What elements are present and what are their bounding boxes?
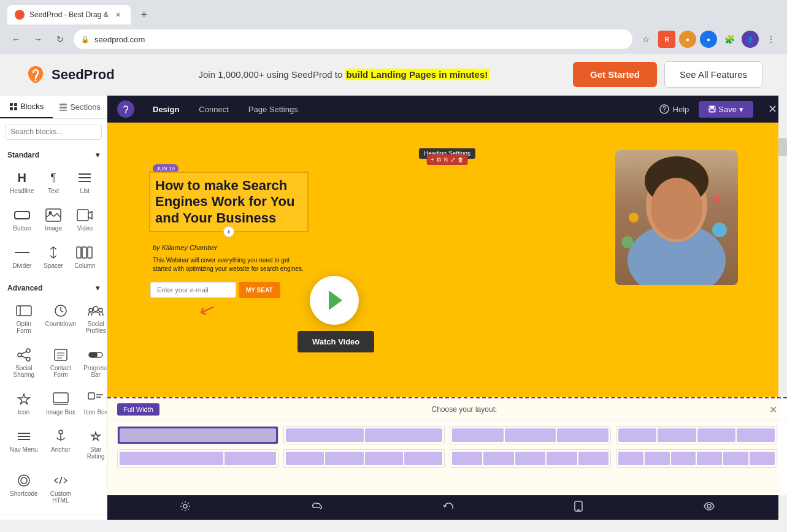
search-input[interactable]	[5, 124, 102, 140]
layout-col-2	[325, 452, 363, 465]
editor-main: Heading Settings + ⚙ ⎘ ⤢ 🗑 JUN 19 How to…	[107, 123, 787, 495]
back-button[interactable]: ←	[7, 31, 25, 48]
canvas-optin-button[interactable]: MY SEAT	[239, 282, 280, 298]
block-progress-bar[interactable]: Progress Bar	[81, 341, 107, 383]
mobile-tool-icon[interactable]	[569, 498, 588, 517]
layout-full-width-option[interactable]	[117, 426, 278, 444]
tab-blocks[interactable]: Blocks	[0, 96, 53, 118]
layout-2col-unequal[interactable]	[117, 449, 278, 468]
canvas-heading-add-btn[interactable]: +	[223, 226, 234, 237]
layout-2col-equal[interactable]	[283, 426, 445, 444]
block-video[interactable]: Video	[71, 202, 99, 237]
layout-3col-equal[interactable]	[450, 426, 611, 444]
block-countdown[interactable]: Countdown	[43, 297, 79, 339]
address-bar[interactable]: 🔒 seedprod.com	[74, 29, 632, 49]
logo-icon	[25, 64, 47, 86]
layout-3col-varied[interactable]	[283, 449, 445, 468]
extensions-btn-3[interactable]: ●	[700, 31, 717, 48]
extensions-btn-2[interactable]: ●	[679, 31, 696, 48]
block-custom-html[interactable]: Custom HTML	[43, 467, 79, 509]
toolbar-move-icon[interactable]: ⤢	[450, 156, 455, 163]
layout-col-3	[671, 452, 696, 465]
header-cta: Get Started See All Features	[573, 61, 762, 88]
canvas-email-input[interactable]	[150, 282, 236, 298]
design-tab[interactable]: Design	[144, 101, 188, 118]
block-headline[interactable]: H Headline	[7, 164, 36, 199]
block-icon-box[interactable]: Icon Box	[81, 386, 107, 420]
list-icon	[75, 169, 94, 186]
app-container: Blocks Sections Standard ▾ H Headline	[0, 96, 787, 520]
saved-blocks-header[interactable]: Saved Blocks ▾	[0, 515, 107, 520]
block-image[interactable]: Image	[39, 202, 67, 237]
block-contact-form[interactable]: Contact Form	[43, 341, 79, 383]
block-image-box[interactable]: Image Box	[43, 386, 79, 420]
menu-button[interactable]: ⋮	[762, 31, 780, 48]
block-list[interactable]: List	[71, 164, 99, 199]
block-anchor[interactable]: Anchor	[43, 423, 79, 465]
browser-actions: ☆ R ● ● 🧩 👤 ⋮	[637, 31, 780, 48]
svg-point-48	[59, 430, 63, 434]
block-social-profiles[interactable]: Social Profiles	[81, 297, 107, 339]
header-tagline: Join 1,000,000+ using SeedProd to build …	[139, 69, 548, 80]
toolbar-add-icon[interactable]: +	[431, 156, 434, 163]
user-avatar[interactable]: 👤	[742, 31, 759, 48]
block-shortcode[interactable]: Shortcode	[7, 467, 40, 509]
connect-tab[interactable]: Connect	[190, 101, 237, 118]
svg-rect-20	[88, 247, 92, 258]
full-width-button[interactable]: Full Width	[117, 403, 159, 416]
scrollbar-thumb[interactable]	[778, 138, 787, 156]
reload-button[interactable]: ↻	[52, 31, 69, 48]
toolbar-delete-icon[interactable]: 🗑	[458, 156, 464, 163]
block-star-rating[interactable]: Star Rating	[81, 423, 107, 465]
block-text[interactable]: ¶ Text	[39, 164, 67, 199]
settings-tool-icon[interactable]	[175, 498, 196, 517]
page-settings-tab[interactable]: Page Settings	[240, 101, 307, 118]
extensions-btn-1[interactable]: R	[658, 31, 675, 48]
block-button[interactable]: Button	[7, 202, 36, 237]
preview-tool-icon[interactable]	[699, 500, 720, 515]
get-started-button[interactable]: Get Started	[573, 62, 657, 87]
extensions-btn-4[interactable]: 🧩	[721, 31, 738, 48]
new-tab-button[interactable]: +	[136, 6, 153, 23]
block-icon[interactable]: Icon	[7, 386, 40, 420]
standard-section-header[interactable]: Standard ▾	[5, 148, 102, 162]
tab-sections[interactable]: Sections	[53, 96, 107, 118]
layout-5col[interactable]	[450, 449, 611, 468]
svg-point-50	[18, 475, 29, 486]
blocks-icon	[9, 102, 18, 111]
svg-point-68	[183, 504, 187, 508]
block-divider[interactable]: Divider	[7, 239, 36, 274]
save-dropdown-icon[interactable]: ▾	[739, 105, 743, 114]
layout-col-1	[286, 452, 324, 465]
layout-col-5	[723, 452, 748, 465]
advanced-section: Advanced ▾ Optin Form Countdown	[0, 278, 107, 512]
social-profiles-icon	[86, 302, 106, 319]
save-button[interactable]: Save ▾	[699, 101, 753, 118]
undo-tool-icon[interactable]	[438, 499, 459, 516]
editor-area: Design Connect Page Settings Help Save ▾…	[107, 96, 787, 520]
browser-tab[interactable]: SeedProd - Best Drag & ✕	[7, 5, 131, 25]
cloud-tool-icon[interactable]	[307, 499, 328, 516]
block-social-sharing[interactable]: Social Sharing	[7, 341, 40, 383]
layout-close-button[interactable]: ✕	[769, 404, 777, 416]
canvas-heading[interactable]: How to make Search Engines Work for You …	[149, 172, 309, 232]
block-spacer[interactable]: Spacer	[39, 239, 67, 274]
layout-6col[interactable]	[616, 449, 777, 468]
svg-rect-42	[88, 393, 94, 399]
toolbar-copy-icon[interactable]: ⎘	[444, 156, 448, 163]
toolbar-settings-icon[interactable]: ⚙	[436, 156, 442, 163]
canvas-video-play-button[interactable]	[310, 276, 359, 325]
help-button[interactable]: Help	[659, 104, 689, 114]
layout-4col[interactable]	[616, 426, 777, 444]
tab-close-btn[interactable]: ✕	[113, 10, 123, 20]
advanced-section-header[interactable]: Advanced ▾	[5, 281, 102, 295]
close-editor-button[interactable]: ✕	[768, 102, 777, 116]
block-nav-menu[interactable]: Nav Menu	[7, 423, 40, 465]
see-features-button[interactable]: See All Features	[664, 61, 762, 88]
block-column[interactable]: Column	[71, 239, 99, 274]
forward-button[interactable]: →	[29, 31, 47, 48]
layout-col-2	[505, 428, 556, 442]
block-optin-form[interactable]: Optin Form	[7, 297, 40, 339]
bookmark-button[interactable]: ☆	[637, 31, 655, 48]
canvas-watch-video-button[interactable]: Watch Video	[298, 331, 374, 352]
